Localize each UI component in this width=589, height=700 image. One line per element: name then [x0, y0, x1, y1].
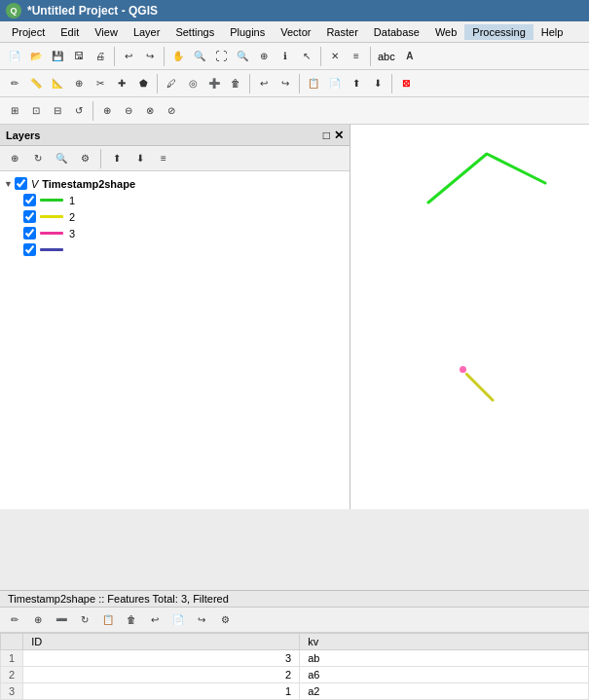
layers-close-button[interactable]: ✕ — [334, 129, 344, 142]
layer-settings-button[interactable]: ⚙ — [74, 148, 95, 169]
menu-project[interactable]: Project — [4, 24, 53, 40]
edit-table-button[interactable]: ✏ — [4, 609, 25, 631]
col-kv[interactable]: kv — [300, 634, 589, 650]
table-row[interactable]: 3 1 a2 — [1, 683, 589, 700]
filter-layer-button[interactable]: 🔍 — [51, 148, 72, 169]
undo-button[interactable]: ↩ — [118, 46, 139, 67]
save-project-button[interactable]: 💾 — [47, 46, 68, 67]
extra-btn4[interactable]: ↺ — [68, 100, 90, 122]
extra-btn3[interactable]: ⊟ — [47, 100, 68, 122]
col-id[interactable]: ID — [23, 634, 300, 650]
digitize-btn9[interactable]: ◎ — [182, 73, 203, 94]
layer2-label: 2 — [69, 211, 75, 223]
zoom-layer-button[interactable]: ⊕ — [253, 46, 275, 67]
table-row[interactable]: 1 3 ab — [1, 650, 589, 667]
digitize-btn8[interactable]: 🖊 — [161, 73, 182, 94]
copy-table-button[interactable]: 📋 — [97, 609, 119, 631]
menu-help[interactable]: Help — [534, 24, 571, 40]
move-up-button[interactable]: ⬆ — [106, 148, 128, 169]
menu-layer[interactable]: Layer — [126, 24, 168, 40]
zoom-out-button[interactable]: 🔍 — [232, 46, 253, 67]
layer-list-button[interactable]: ≡ — [153, 148, 174, 169]
remove-feature-button[interactable]: ➖ — [51, 609, 72, 631]
print-button[interactable]: 🖨 — [90, 46, 111, 67]
add-feature-button[interactable]: ⊕ — [27, 609, 49, 631]
menu-web[interactable]: Web — [427, 24, 464, 40]
undo-table-button[interactable]: ↩ — [144, 609, 166, 631]
digitize-btn12[interactable]: ↩ — [253, 73, 275, 94]
extra-btn8[interactable]: ⊘ — [161, 100, 182, 122]
extra-btn7[interactable]: ⊗ — [139, 100, 161, 122]
digitize-btn7[interactable]: ⬟ — [132, 73, 154, 94]
extra-btn1[interactable]: ⊞ — [4, 100, 25, 122]
layer-group-timestamp2shape[interactable]: ▼ V Timestamp2shape — [4, 175, 346, 192]
digitize-btn2[interactable]: 📏 — [25, 73, 47, 94]
layer4-checkbox[interactable] — [23, 243, 36, 256]
menu-edit[interactable]: Edit — [53, 24, 87, 40]
layer2-checkbox[interactable] — [23, 210, 36, 223]
layer3-checkbox[interactable] — [23, 227, 36, 239]
group-name: Timestamp2shape — [42, 178, 135, 190]
attribute-table-container: Timestamp2shape :: Features Total: 3, Fi… — [0, 590, 589, 700]
menu-raster[interactable]: Raster — [318, 24, 365, 40]
digitize-btn15[interactable]: 📄 — [324, 73, 346, 94]
layer-item-3[interactable]: 3 — [4, 225, 346, 241]
refresh-table-button[interactable]: ↻ — [74, 609, 95, 631]
add-layer-button[interactable]: ⊕ — [4, 148, 25, 169]
digitize-btn16[interactable]: ⬆ — [346, 73, 367, 94]
snap-btn[interactable]: ⊠ — [395, 73, 417, 94]
digitize-btn17[interactable]: ⬇ — [367, 73, 388, 94]
pan-button[interactable]: ✋ — [167, 46, 189, 67]
extra-btn6[interactable]: ⊖ — [118, 100, 139, 122]
row1-id: 3 — [23, 650, 300, 667]
redo-button[interactable]: ↪ — [139, 46, 161, 67]
layer4-color — [40, 248, 63, 251]
menu-plugins[interactable]: Plugins — [222, 24, 273, 40]
digitize-btn3[interactable]: 📐 — [47, 73, 68, 94]
layer-item-4[interactable] — [4, 241, 346, 258]
open-project-button[interactable]: 📂 — [25, 46, 47, 67]
digitize-btn14[interactable]: 📋 — [303, 73, 324, 94]
deselect-button[interactable]: ✕ — [324, 46, 346, 67]
label-button[interactable]: A — [399, 46, 421, 67]
redo-table-button[interactable]: ↪ — [191, 609, 212, 631]
attr-table-toolbar: ✏ ⊕ ➖ ↻ 📋 🗑 ↩ 📄 ↪ ⚙ — [0, 608, 589, 633]
extra-btn5[interactable]: ⊕ — [96, 100, 118, 122]
move-down-button[interactable]: ⬇ — [129, 148, 151, 169]
layer-item-1[interactable]: 1 — [4, 192, 346, 208]
row2-id: 2 — [23, 667, 300, 683]
map-canvas[interactable] — [350, 125, 589, 509]
zoom-in-button[interactable]: 🔍 — [189, 46, 210, 67]
menu-database[interactable]: Database — [366, 24, 427, 40]
identify-button[interactable]: ℹ — [275, 46, 296, 67]
digitize-btn11[interactable]: 🗑 — [225, 73, 246, 94]
menu-processing[interactable]: Processing — [464, 24, 533, 40]
layers-content: ▼ V Timestamp2shape 1 2 3 — [0, 171, 350, 509]
sep3 — [299, 74, 300, 93]
menu-settings[interactable]: Settings — [167, 24, 222, 40]
extra-btn2[interactable]: ⊡ — [25, 100, 47, 122]
zoom-full-button[interactable]: ⛶ — [210, 46, 232, 67]
save-as-button[interactable]: 🖫 — [68, 46, 90, 67]
layer-item-2[interactable]: 2 — [4, 208, 346, 225]
digitize-btn6[interactable]: ✚ — [111, 73, 132, 94]
delete-table-button[interactable]: 🗑 — [121, 609, 142, 631]
layers-panel-header: Layers □ ✕ — [0, 125, 350, 146]
remove-layer-button[interactable]: ↻ — [27, 148, 49, 169]
select-button[interactable]: ↖ — [296, 46, 317, 67]
menu-view[interactable]: View — [87, 24, 126, 40]
open-table-button[interactable]: ≡ — [346, 46, 367, 67]
table-row[interactable]: 2 2 a6 — [1, 667, 589, 683]
layer1-checkbox[interactable] — [23, 194, 36, 206]
layers-maximize-button[interactable]: □ — [323, 129, 330, 142]
digitize-btn10[interactable]: ➕ — [203, 73, 225, 94]
table-settings-button[interactable]: ⚙ — [214, 609, 236, 631]
digitize-btn1[interactable]: ✏ — [4, 73, 25, 94]
paste-table-button[interactable]: 📄 — [167, 609, 189, 631]
new-project-button[interactable]: 📄 — [4, 46, 25, 67]
group-checkbox[interactable] — [15, 177, 27, 190]
digitize-btn4[interactable]: ⊕ — [68, 73, 90, 94]
menu-vector[interactable]: Vector — [273, 24, 318, 40]
digitize-btn13[interactable]: ↪ — [275, 73, 296, 94]
digitize-btn5[interactable]: ✂ — [90, 73, 111, 94]
